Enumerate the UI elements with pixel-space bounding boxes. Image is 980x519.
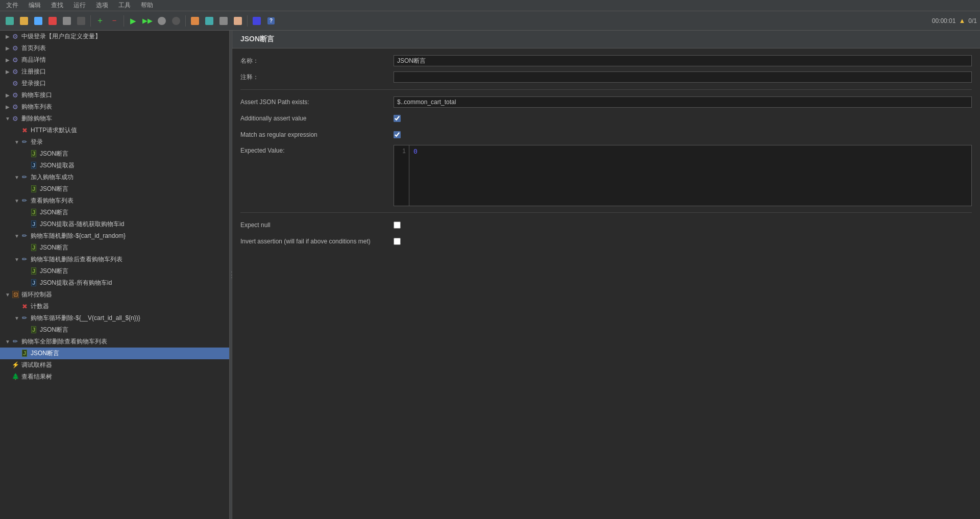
tree-item-gouwuche-jiekou[interactable]: ▶⚙购物车接口 (0, 89, 229, 101)
tree-arrow-xunhuan-kongzhiqi[interactable]: ▼ (4, 292, 11, 298)
tool2-button[interactable] (203, 14, 216, 28)
tree-icon-tiaoshi-quyangqi: ⚡ (11, 361, 19, 369)
tree-item-json-tiqiqi-1[interactable]: JJSON提取器 (0, 160, 229, 171)
tree-item-shouye-liebiao[interactable]: ▶⚙首页列表 (0, 42, 229, 54)
tree-label-xunhuan-kongzhiqi: 循环控制器 (21, 290, 52, 299)
tree-item-json-duanyan-2[interactable]: JJSON断言 (0, 183, 229, 195)
help-button[interactable]: ? (264, 14, 278, 28)
tree-arrow-shanchu-gouwuche[interactable]: ▼ (4, 116, 11, 121)
tree-icon-json-duanyan-3: J (30, 209, 38, 217)
tree-item-suiji-shanchu-cha[interactable]: ▼✏购物车随机删除后查看购物车列表 (0, 254, 229, 265)
expect-null-checkbox[interactable] (394, 221, 401, 229)
tree-item-json-duanyan-4[interactable]: JJSON断言 (0, 242, 229, 254)
revert-button[interactable] (46, 14, 59, 28)
tree-arrow-zhuce-jiekou[interactable]: ▶ (4, 69, 11, 75)
assert-path-input[interactable] (394, 96, 972, 108)
expected-value-editor[interactable]: 0 (409, 145, 972, 206)
new-button[interactable] (3, 14, 16, 28)
tree-item-shanchu-gouwuche[interactable]: ▼⚙删除购物车 (0, 113, 229, 125)
menu-help[interactable]: 帮助 (139, 0, 155, 11)
tree-item-jishuqi[interactable]: ✖计数器 (0, 301, 229, 312)
tree-icon-zhuce-jiekou: ⚙ (11, 68, 19, 76)
tree-icon-denglu-jiekou: ⚙ (11, 80, 19, 88)
tree-item-xunhuan-kongzhiqi[interactable]: ▼⊡循环控制器 (0, 289, 229, 301)
tree-item-xunhuan-shanchu[interactable]: ▼✏购物车循环删除-${__V(cart_id_all_${n})} (0, 312, 229, 324)
tree-arrow-jiaru-gouwuche[interactable]: ▼ (13, 175, 20, 180)
copy-button[interactable] (60, 14, 74, 28)
tree-item-json-duanyan-5[interactable]: JJSON断言 (0, 265, 229, 277)
tree-arrow-xunhuan-shanchu[interactable]: ▼ (13, 315, 20, 321)
tree-icon-json-duanyan-1: J (30, 150, 38, 158)
menu-run[interactable]: 运行 (71, 0, 88, 11)
tree-label-jiaru-gouwuche: 加入购物车成功 (31, 173, 74, 182)
tree-arrow-shangpin-xiangqing[interactable]: ▶ (4, 57, 11, 63)
tree-label-json-duanyan-6: JSON断言 (40, 326, 68, 334)
comment-input[interactable] (394, 71, 972, 83)
tree-arrow-gouwuche-jiekou[interactable]: ▶ (4, 92, 11, 98)
tree-item-json-duanyan-1[interactable]: JJSON断言 (0, 148, 229, 160)
monitor-button[interactable] (250, 14, 263, 28)
tree-item-chakan-jieguoshu[interactable]: 🌲查看结果树 (0, 371, 229, 383)
add-button[interactable]: ＋ (93, 14, 107, 28)
stop2-button[interactable] (169, 14, 183, 28)
tree-item-denglu-jiekou[interactable]: ⚙登录接口 (0, 78, 229, 89)
tree-label-shouye-liebiao: 首页列表 (21, 44, 46, 53)
expected-value-row: Expected Value: 1 0 (240, 145, 972, 206)
tree-arrow-suiji-shanchu-cha[interactable]: ▼ (13, 257, 20, 262)
paste-button[interactable] (75, 14, 88, 28)
tree-icon-json-duanyan-5: J (30, 267, 38, 276)
tree-item-json-duanyan-3[interactable]: JJSON断言 (0, 207, 229, 218)
tree-item-tiaoshi-quyangqi[interactable]: ⚡调试取样器 (0, 359, 229, 371)
tree-container: ▶⚙中级登录【用户自定义变量】▶⚙首页列表▶⚙商品详情▶⚙注册接口⚙登录接口▶⚙… (0, 31, 229, 383)
tree-item-gouwuche-liebiao[interactable]: ▶⚙购物车列表 (0, 101, 229, 113)
tool3-button[interactable] (217, 14, 230, 28)
menu-file[interactable]: 文件 (4, 0, 20, 11)
tree-arrow-quanbu-shanchu-cha[interactable]: ▼ (4, 339, 11, 344)
tree-label-gouwuche-liebiao: 购物车列表 (21, 103, 52, 111)
tool1-button[interactable] (188, 14, 202, 28)
tree-item-http-default[interactable]: ✖HTTP请求默认值 (0, 125, 229, 136)
tree-item-zhongji-denglu[interactable]: ▶⚙中级登录【用户自定义变量】 (0, 31, 229, 42)
tree-arrow-gouwuche-liebiao[interactable]: ▶ (4, 104, 11, 110)
stop-button[interactable] (155, 14, 168, 28)
tree-item-shangpin-xiangqing[interactable]: ▶⚙商品详情 (0, 54, 229, 66)
tree-item-denglu[interactable]: ▼✏登录 (0, 136, 229, 148)
tree-label-shanchu-gouwuche: 删除购物车 (21, 114, 52, 123)
open-button[interactable] (17, 14, 31, 28)
invert-checkbox[interactable] (394, 238, 401, 245)
tree-item-json-duanyan-6[interactable]: JJSON断言 (0, 324, 229, 336)
menu-options[interactable]: 选项 (94, 0, 110, 11)
tool4-button[interactable] (231, 14, 244, 28)
name-input[interactable] (394, 55, 972, 66)
tree-arrow-chakan-gouwuche[interactable]: ▼ (13, 198, 20, 204)
tree-icon-xunhuan-shanchu: ✏ (20, 314, 29, 323)
tree-arrow-suiji-shanchu[interactable]: ▼ (13, 233, 20, 239)
tree-item-json-tiqiqi-2[interactable]: JJSON提取器-随机获取购物车id (0, 218, 229, 230)
tree-item-zhuce-jiekou[interactable]: ▶⚙注册接口 (0, 66, 229, 78)
tree-item-quanbu-shanchu-cha[interactable]: ▼✏购物车全部删除查看购物车列表 (0, 336, 229, 348)
tree-label-json-duanyan-4: JSON断言 (40, 243, 68, 252)
tree-item-suiji-shanchu[interactable]: ▼✏购物车随机删除-${cart_id_random} (0, 230, 229, 242)
run-nopause-button[interactable]: ▶▶ (141, 14, 154, 28)
tree-item-json-tiqiqi-3[interactable]: JJSON提取器-所有购物车id (0, 277, 229, 289)
additionally-label: Additionally assert value (240, 115, 394, 122)
menu-tools[interactable]: 工具 (116, 0, 133, 11)
tree-arrow-denglu[interactable]: ▼ (13, 139, 20, 145)
menu-find[interactable]: 查找 (49, 0, 65, 11)
tree-label-jishuqi: 计数器 (31, 302, 49, 311)
tree-icon-json-duanyan-6: J (30, 326, 38, 334)
tree-arrow-shouye-liebiao[interactable]: ▶ (4, 45, 11, 51)
tree-label-json-tiqiqi-2: JSON提取器-随机获取购物车id (40, 220, 124, 229)
tree-item-jiaru-gouwuche[interactable]: ▼✏加入购物车成功 (0, 171, 229, 183)
run-button[interactable]: ▶ (127, 14, 140, 28)
tree-item-json-duanyan-7[interactable]: JJSON断言 (0, 348, 229, 359)
save-button[interactable] (32, 14, 45, 28)
remove-button[interactable]: － (108, 14, 121, 28)
tree-icon-xunhuan-kongzhiqi: ⊡ (11, 291, 19, 299)
tree-arrow-zhongji-denglu[interactable]: ▶ (4, 34, 11, 39)
panel-title: JSON断言 (232, 31, 980, 48)
tree-item-chakan-gouwuche[interactable]: ▼✏查看购物车列表 (0, 195, 229, 207)
additionally-checkbox[interactable] (394, 115, 401, 122)
match-regex-checkbox[interactable] (394, 131, 401, 138)
menu-edit[interactable]: 编辑 (27, 0, 43, 11)
